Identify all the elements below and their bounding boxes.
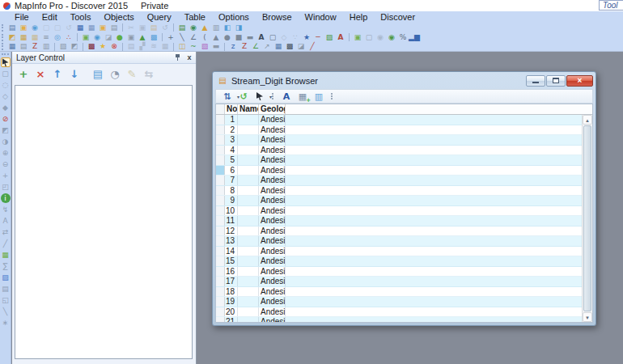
save-copy-as[interactable]: ▦ bbox=[87, 23, 96, 32]
menu-item-query[interactable]: Query bbox=[141, 11, 178, 23]
vertical-toolbar-grip[interactable] bbox=[2, 53, 9, 56]
select-arrow[interactable]: ▾ bbox=[253, 91, 266, 102]
cell-no[interactable]: 21 bbox=[225, 317, 238, 322]
menu-item-help[interactable]: Help bbox=[343, 11, 375, 23]
table-row[interactable]: 9Andesite bbox=[216, 196, 582, 206]
cell-name[interactable] bbox=[238, 216, 259, 226]
table-query[interactable]: ▥ bbox=[41, 42, 51, 51]
restore-button[interactable] bbox=[546, 75, 566, 87]
cell-no[interactable]: 12 bbox=[225, 226, 238, 236]
cell-geology[interactable]: Andesite bbox=[259, 206, 286, 216]
drag-map-window[interactable]: ⇄ bbox=[1, 227, 11, 237]
cell-geology[interactable]: Andesite bbox=[259, 216, 286, 226]
layout-tool[interactable]: ▬ bbox=[211, 42, 221, 51]
row-selector-cell[interactable] bbox=[216, 267, 225, 277]
scroll-thumb[interactable] bbox=[583, 125, 591, 311]
cell-no[interactable]: 9 bbox=[225, 196, 238, 205]
save-table[interactable]: ▦ bbox=[75, 23, 85, 32]
header-row-selector[interactable] bbox=[216, 104, 225, 114]
cell-geology[interactable]: Andesite bbox=[259, 317, 286, 322]
open[interactable]: ▣ bbox=[19, 23, 28, 32]
cell-name[interactable] bbox=[238, 135, 259, 145]
debug-tool[interactable]: ● bbox=[115, 33, 125, 42]
line-style[interactable]: ─ bbox=[313, 33, 323, 42]
tool-floating-button[interactable]: Tool bbox=[599, 0, 623, 11]
table-row[interactable]: 5Andesite bbox=[216, 155, 582, 166]
table-row[interactable]: 18Andesite bbox=[216, 287, 582, 298]
table-row[interactable]: 10Andesite bbox=[216, 206, 582, 217]
text-style[interactable]: A bbox=[336, 33, 345, 42]
select-rectangle[interactable]: ▧ bbox=[58, 42, 68, 51]
table-structure[interactable]: ≡ bbox=[41, 33, 51, 42]
cell-name[interactable] bbox=[238, 155, 259, 165]
cell-geology[interactable]: Andesite bbox=[259, 307, 286, 317]
grid-slope[interactable]: ▞ bbox=[138, 42, 147, 51]
grid-query[interactable]: ▦ bbox=[160, 42, 170, 51]
statistics-tool[interactable]: ∑ bbox=[1, 261, 11, 271]
cell-name[interactable] bbox=[238, 125, 259, 135]
cell-no[interactable]: 7 bbox=[225, 176, 238, 185]
table-list[interactable]: ▤ bbox=[19, 42, 28, 51]
discover-scale[interactable]: % bbox=[398, 33, 408, 42]
cell-no[interactable]: 19 bbox=[225, 297, 238, 307]
cell-no[interactable]: 18 bbox=[225, 287, 238, 297]
menu-item-browse[interactable]: Browse bbox=[256, 11, 299, 23]
table-row[interactable]: 7Andesite bbox=[216, 176, 582, 186]
select-region[interactable]: ◩ bbox=[70, 42, 79, 51]
row-selector-cell[interactable] bbox=[216, 317, 225, 322]
cell-name[interactable] bbox=[238, 287, 259, 297]
move-layer-down[interactable]: ↓ bbox=[66, 66, 83, 82]
table-row[interactable]: 13Andesite bbox=[216, 236, 582, 247]
cell-geology[interactable]: Andesite bbox=[259, 176, 286, 185]
digitise-angle[interactable]: ∠ bbox=[251, 42, 261, 51]
close-button[interactable]: × bbox=[566, 75, 593, 87]
menu-item-table[interactable]: Table bbox=[178, 11, 212, 23]
label-tool[interactable]: A bbox=[1, 216, 11, 226]
select-all[interactable]: ▦ bbox=[19, 33, 28, 42]
cell-no[interactable]: 8 bbox=[225, 186, 238, 196]
cell-name[interactable] bbox=[238, 317, 259, 322]
row-selector-cell[interactable] bbox=[216, 216, 225, 226]
row-selector-cell[interactable] bbox=[216, 186, 225, 196]
set-target-district[interactable]: ▤ bbox=[1, 284, 11, 294]
minimize-button[interactable] bbox=[526, 75, 545, 87]
cell-name[interactable] bbox=[238, 247, 259, 256]
marquee-select[interactable]: ▢ bbox=[1, 69, 11, 78]
stop-tool[interactable]: ⊗ bbox=[109, 42, 119, 51]
paste[interactable]: ▤ bbox=[149, 23, 159, 32]
cell-no[interactable]: 11 bbox=[225, 216, 238, 226]
digitise-grid[interactable]: ▦ bbox=[273, 42, 283, 51]
discover-window[interactable]: ▢ bbox=[364, 33, 374, 42]
eyedropper-tool[interactable]: ╲ bbox=[1, 307, 11, 316]
create-points[interactable]: ∴ bbox=[64, 33, 74, 42]
menu-item-options[interactable]: Options bbox=[212, 11, 256, 23]
show-legend[interactable]: ▦ bbox=[1, 250, 11, 260]
unselect-all[interactable]: ⊘ bbox=[1, 114, 11, 124]
toolbar-grip[interactable] bbox=[2, 43, 4, 50]
cell-no[interactable]: 14 bbox=[225, 247, 238, 256]
table-row[interactable]: 6Andesite bbox=[216, 166, 582, 176]
add-node-tool[interactable]: ∵ bbox=[290, 33, 300, 42]
frame-tool[interactable]: ▢ bbox=[268, 33, 278, 42]
ellipse-tool[interactable]: ● bbox=[222, 33, 232, 42]
layer-zoom-override[interactable]: ◔ bbox=[107, 66, 123, 82]
world-map[interactable]: ◉ bbox=[92, 33, 102, 42]
cell-geology[interactable]: Andesite bbox=[259, 166, 286, 176]
zoom-out[interactable]: ⊖ bbox=[1, 159, 11, 169]
table-row[interactable]: 17Andesite bbox=[216, 277, 582, 287]
new-table[interactable]: ▤ bbox=[7, 23, 17, 32]
image-registration[interactable]: ▨ bbox=[1, 273, 11, 282]
menu-item-edit[interactable]: Edit bbox=[36, 11, 64, 23]
row-selector-cell[interactable] bbox=[216, 166, 225, 176]
menu-item-objects[interactable]: Objects bbox=[97, 11, 140, 23]
table-row[interactable]: 15Andesite bbox=[216, 256, 582, 267]
discover-folder[interactable]: ▣ bbox=[353, 33, 362, 42]
layer-editable[interactable]: ✎ bbox=[124, 66, 140, 82]
profile-tool[interactable]: ~ bbox=[189, 42, 198, 51]
row-selector-cell[interactable] bbox=[216, 297, 225, 307]
new-grapher[interactable]: ▲ bbox=[200, 23, 210, 32]
column-header-geology[interactable]: Geology bbox=[259, 104, 286, 114]
remove-layers[interactable]: × bbox=[32, 66, 49, 82]
grid-contour[interactable]: ≋ bbox=[149, 42, 159, 51]
reshape-tool[interactable]: ◇ bbox=[279, 33, 289, 42]
